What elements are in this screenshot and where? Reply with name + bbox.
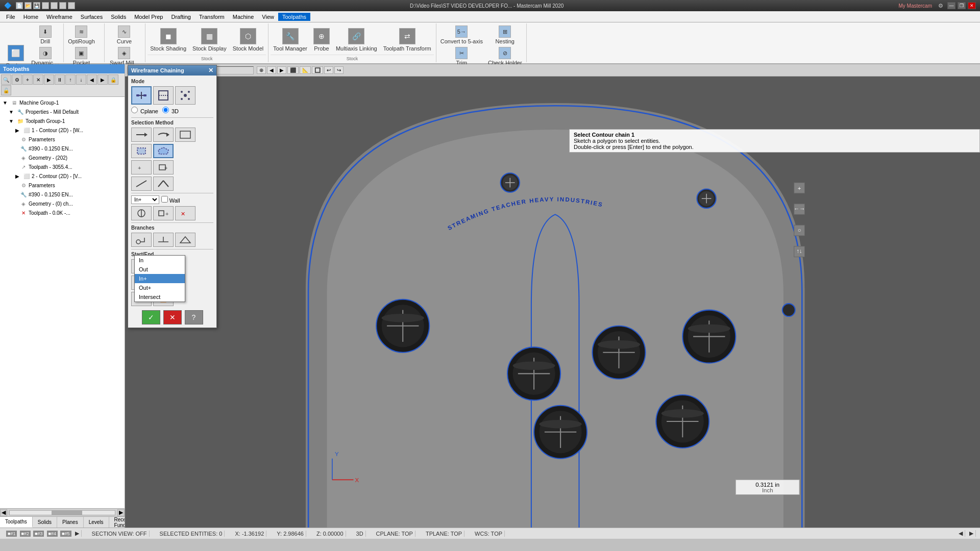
probe-button[interactable]: ⊕ Probe xyxy=(311,27,332,53)
drill-button[interactable]: ⬇ Drill xyxy=(29,24,61,45)
branch-btn-2[interactable] xyxy=(153,233,174,247)
sel-action-b[interactable]: + xyxy=(153,206,174,220)
vp-nav-3[interactable]: ▶ xyxy=(277,66,286,74)
dd-item-in-plus[interactable]: In+ xyxy=(135,274,185,283)
dd-item-out[interactable]: Out xyxy=(135,265,185,274)
tree-machine-group[interactable]: ▼ 🖥 Machine Group-1 xyxy=(1,98,124,107)
sel-method-polygon[interactable] xyxy=(153,144,174,158)
tab-planes[interactable]: Planes xyxy=(57,517,84,528)
dynamic-button[interactable]: ◑ Dynamic ... xyxy=(29,46,61,67)
menu-toolpaths[interactable]: Toolpaths xyxy=(278,13,310,21)
menu-solids[interactable]: Solids xyxy=(107,13,130,21)
cplane-radio-label[interactable]: Cplane xyxy=(131,107,158,114)
tree-params1[interactable]: ⚙ Parameters xyxy=(1,135,124,144)
tb-btn-5[interactable]: ▶ xyxy=(44,74,54,85)
sel-method-window[interactable] xyxy=(175,128,195,142)
window-controls[interactable]: — ❐ ✕ xyxy=(947,2,976,9)
vp-nav-5[interactable]: 📐 xyxy=(300,66,311,74)
wf-close-button[interactable]: ✕ xyxy=(208,67,213,74)
direction-select[interactable]: In Out In+ Out+ Intersect xyxy=(131,195,159,204)
tree-params2[interactable]: ⚙ Parameters xyxy=(1,181,124,190)
vp-nav-8[interactable]: ↪ xyxy=(334,66,344,74)
menu-wireframe[interactable]: Wireframe xyxy=(42,13,77,21)
minimize-button[interactable]: — xyxy=(947,2,955,9)
sel-action-a[interactable] xyxy=(131,206,152,220)
toolpath-transform-button[interactable]: ⇄ Toolpath Transform xyxy=(381,27,434,53)
trim-button[interactable]: ✂ Trim xyxy=(438,46,485,67)
ok-button[interactable]: ✓ xyxy=(142,310,160,324)
scroll-left[interactable]: ◀ xyxy=(0,509,7,516)
status-arrow-2[interactable]: ▶ xyxy=(967,530,976,537)
wf-dialog-title[interactable]: Wireframe Chaining ✕ xyxy=(128,65,216,76)
dd-item-in[interactable]: In xyxy=(135,256,185,265)
tree-properties[interactable]: ▼ 🔧 Properties - Mill Default xyxy=(1,107,124,116)
tb-btn-1[interactable]: 🔍 xyxy=(1,74,11,85)
close-button[interactable]: ✕ xyxy=(968,2,976,9)
tree-tool2[interactable]: 🔧 #390 - 0.1250 EN... xyxy=(1,190,124,199)
tb-btn-12[interactable]: 🔓 xyxy=(1,85,11,95)
sel-method-single[interactable] xyxy=(131,128,152,142)
dd-item-out-plus[interactable]: Out+ xyxy=(135,283,185,292)
stock-model-button[interactable]: ⬡ Stock Model xyxy=(230,27,266,53)
nesting-button[interactable]: ⊞ Nesting xyxy=(486,24,524,45)
stock-display-button[interactable]: ▦ Stock Display xyxy=(190,27,229,53)
mode-options-btn[interactable] xyxy=(175,86,195,105)
tab-solids[interactable]: Solids xyxy=(33,517,57,528)
stock-shading-button[interactable]: ◼ Stock Shading xyxy=(148,27,189,53)
vp-nav-6[interactable]: 🔲 xyxy=(312,66,323,74)
curve-button[interactable]: ∿ Curve xyxy=(107,24,142,45)
tb-btn-4[interactable]: ✕ xyxy=(33,74,43,85)
tree-contour2[interactable]: ▶ ⬜ 2 - Contour (2D) - [V... xyxy=(1,171,124,181)
tb-btn-11[interactable]: 🔒 xyxy=(108,74,118,85)
tree-geometry1[interactable]: ◈ Geometry - (202) xyxy=(1,153,124,162)
status-arrow-1[interactable]: ◀ xyxy=(957,530,965,537)
cancel-button[interactable]: ✕ xyxy=(163,310,182,324)
tree-toolpath2[interactable]: ✕ Toolpath - 0.0K -... xyxy=(1,208,124,217)
sel-method-plus[interactable]: + xyxy=(131,160,152,174)
sel-method-line[interactable] xyxy=(131,177,152,191)
wall-checkbox[interactable] xyxy=(161,196,168,203)
sel-method-rect[interactable] xyxy=(131,144,152,158)
menu-file[interactable]: File xyxy=(2,13,19,21)
sel-method-chain[interactable] xyxy=(153,128,174,142)
menu-modelprep[interactable]: Model Prep xyxy=(130,13,167,21)
multiaxis-linking-button[interactable]: 🔗 Multiaxis Linking xyxy=(333,27,380,53)
tree-contour1[interactable]: ▶ ⬜ 1 - Contour (2D) - [W... xyxy=(1,126,124,135)
h-scroll-track[interactable] xyxy=(9,510,115,515)
tab-toolpaths[interactable]: Toolpaths xyxy=(0,517,33,528)
menu-transform[interactable]: Transform xyxy=(195,13,229,21)
sel-method-angle[interactable] xyxy=(153,177,174,191)
tb-btn-8[interactable]: ↓ xyxy=(76,74,86,85)
wall-checkbox-label[interactable]: Wall xyxy=(161,196,180,204)
tb-btn-6[interactable]: ⏸ xyxy=(55,74,65,85)
3d-radio[interactable] xyxy=(162,107,169,113)
menu-view[interactable]: View xyxy=(258,13,278,21)
tb-btn-9[interactable]: ◀ xyxy=(87,74,97,85)
menu-drafting[interactable]: Drafting xyxy=(167,13,195,21)
branch-btn-1[interactable] xyxy=(131,233,152,247)
tool-manager-button[interactable]: 🔧 Tool Manager xyxy=(271,27,310,53)
restore-button[interactable]: ❐ xyxy=(958,2,966,9)
tb-btn-7[interactable]: ↑ xyxy=(65,74,76,85)
help-button[interactable]: ? xyxy=(185,310,203,324)
h-scroll-thumb[interactable] xyxy=(52,511,82,515)
h-scroll[interactable]: ◀ ▶ xyxy=(0,508,125,516)
sel-method-plus2[interactable]: + xyxy=(153,160,174,174)
mode-section-btn[interactable] xyxy=(153,86,174,105)
branch-btn-3[interactable] xyxy=(175,233,195,247)
vp-nav-1[interactable]: ⊕ xyxy=(257,66,266,74)
tab-recent[interactable]: Recent Functions xyxy=(109,517,125,528)
tb-btn-3[interactable]: + xyxy=(22,74,33,85)
convert-5axis-button[interactable]: 5→ Convert to 5-axis xyxy=(438,24,485,45)
optirough-button[interactable]: ≋ OptiRough xyxy=(66,24,97,45)
3d-radio-label[interactable]: 3D xyxy=(162,107,179,114)
tb-btn-2[interactable]: ⚙ xyxy=(12,74,22,85)
menu-home[interactable]: Home xyxy=(19,13,42,21)
vp-nav-7[interactable]: ↩ xyxy=(324,66,333,74)
swarf-mill-button[interactable]: ◈ Swarf Mill... xyxy=(107,46,142,67)
tree-toolpath1[interactable]: ↗ Toolpath - 3055.4... xyxy=(1,162,124,171)
tree-geometry2[interactable]: ◈ Geometry - (0) ch... xyxy=(1,199,124,208)
vp-nav-2[interactable]: ◀ xyxy=(267,66,276,74)
sel-action-c[interactable]: ✕ xyxy=(175,206,195,220)
menu-surfaces[interactable]: Surfaces xyxy=(77,13,107,21)
